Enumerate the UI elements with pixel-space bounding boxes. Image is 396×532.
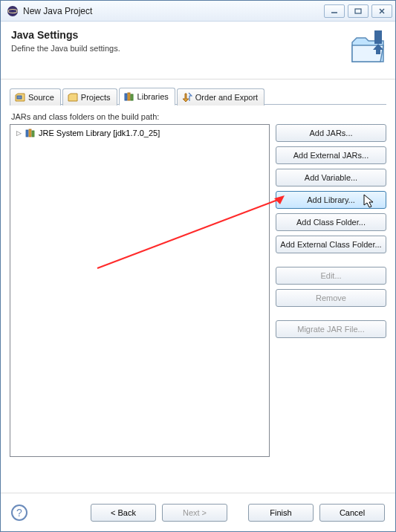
library-stack-icon [25, 129, 36, 137]
wizard-header: Java Settings Define the Java build sett… [1, 22, 395, 80]
tab-label: Source [28, 93, 54, 102]
spacer [276, 311, 386, 316]
eclipse-icon [7, 5, 19, 17]
svg-rect-8 [125, 94, 127, 100]
cancel-button[interactable]: Cancel [319, 504, 385, 522]
minimize-button[interactable] [324, 4, 345, 18]
svg-rect-10 [131, 94, 133, 100]
tab-label: Order and Export [195, 93, 258, 102]
svg-rect-3 [355, 9, 361, 13]
add-external-jars-button[interactable]: Add External JARs... [276, 146, 386, 164]
migrate-jar-button: Migrate JAR File... [276, 320, 386, 338]
titlebar: New Java Project [1, 1, 395, 22]
tab-label: Libraries [137, 92, 169, 101]
tab-libraries[interactable]: Libraries [119, 88, 175, 106]
folder-banner-icon [349, 29, 386, 65]
tree-item-jre[interactable]: ▷ JRE System Library [jdk1.7.0_25] [10, 126, 269, 140]
add-library-button[interactable]: Add Library... [276, 191, 386, 209]
list-label: JARs and class folders on the build path… [11, 112, 386, 121]
tree-item-label: JRE System Library [jdk1.7.0_25] [39, 129, 160, 137]
svg-rect-13 [32, 131, 34, 137]
add-variable-button[interactable]: Add Variable... [276, 169, 386, 186]
edit-button: Edit... [276, 267, 386, 285]
spacer [276, 258, 386, 262]
order-icon [182, 92, 192, 103]
classpath-tree[interactable]: ▷ JRE System Library [jdk1.7.0_25] [10, 124, 270, 457]
projects-icon [68, 92, 78, 103]
svg-rect-11 [26, 130, 28, 137]
expand-icon[interactable]: ▷ [15, 129, 22, 137]
svg-rect-12 [29, 129, 31, 137]
next-button: Next > [162, 504, 227, 522]
window-title: New Java Project [23, 6, 321, 16]
remove-button: Remove [276, 289, 386, 307]
maximize-button[interactable] [348, 4, 369, 18]
tab-label: Projects [81, 93, 111, 102]
add-jars-button[interactable]: Add JARs... [276, 124, 386, 142]
svg-rect-9 [128, 93, 130, 100]
wizard-footer: ? < Back Next > Finish Cancel [1, 493, 395, 531]
page-subtitle: Define the Java build settings. [11, 44, 385, 53]
svg-rect-6 [374, 30, 382, 44]
dialog-window: New Java Project Java Settings Define th… [0, 0, 396, 532]
svg-point-0 [7, 6, 18, 16]
content-area: Source Projects Libraries Order and Expo… [1, 80, 395, 457]
close-button[interactable] [371, 4, 392, 18]
tab-bar: Source Projects Libraries Order and Expo… [10, 87, 386, 105]
libraries-icon [124, 91, 134, 102]
add-class-folder-button[interactable]: Add Class Folder... [276, 213, 386, 231]
page-title: Java Settings [11, 29, 385, 41]
tab-order-export[interactable]: Order and Export [177, 88, 264, 106]
back-button[interactable]: < Back [91, 504, 156, 522]
main-row: ▷ JRE System Library [jdk1.7.0_25] Add J… [10, 124, 386, 457]
source-icon [15, 92, 25, 103]
help-button[interactable]: ? [11, 505, 27, 521]
finish-button[interactable]: Finish [248, 504, 314, 522]
add-external-class-folder-button[interactable]: Add External Class Folder... [276, 236, 386, 253]
button-column: Add JARs... Add External JARs... Add Var… [276, 124, 386, 457]
tab-projects[interactable]: Projects [62, 88, 117, 106]
svg-rect-7 [17, 96, 22, 99]
tab-source[interactable]: Source [10, 88, 61, 106]
